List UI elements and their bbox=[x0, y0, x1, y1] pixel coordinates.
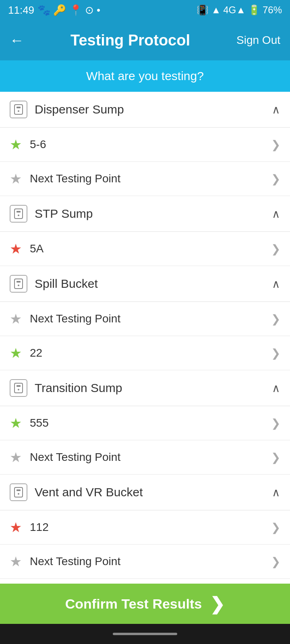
section-stp-sump[interactable]: STP Sump ∧ bbox=[0, 196, 290, 232]
list-item-112[interactable]: ★ 112 ❯ bbox=[0, 510, 290, 545]
svg-rect-9 bbox=[14, 383, 23, 393]
status-bar: 11:49 🐾 🔑 📍 ⊙ • 📳 ▲ 4G▲ 🔋 76% bbox=[0, 0, 290, 20]
chevron-right-icon: ❯ bbox=[271, 312, 280, 326]
vibrate-icon: 📳 bbox=[197, 4, 209, 16]
list-item-left: ★ Next Testing Point bbox=[10, 311, 120, 327]
list-item-left: ★ Next Testing Point bbox=[10, 553, 120, 570]
list-item-left: ★ 22 bbox=[10, 345, 42, 361]
status-icons: 🐾 🔑 📍 ⊙ • bbox=[37, 4, 100, 17]
item-label-ntp-1: Next Testing Point bbox=[30, 172, 120, 185]
star-green-icon: ★ bbox=[10, 345, 22, 361]
signal-icon: 4G▲ bbox=[223, 4, 246, 16]
star-gray-icon: ★ bbox=[10, 171, 22, 187]
star-red-icon: ★ bbox=[10, 519, 22, 535]
chevron-up-transition: ∧ bbox=[272, 382, 280, 395]
list-item-56[interactable]: ★ 5-6 ❯ bbox=[0, 128, 290, 162]
star-gray-icon: ★ bbox=[10, 553, 22, 570]
bottom-bar bbox=[0, 624, 290, 644]
svg-point-8 bbox=[18, 285, 19, 286]
status-left: 11:49 🐾 🔑 📍 ⊙ • bbox=[8, 4, 100, 17]
svg-rect-6 bbox=[14, 279, 23, 289]
section-title-vent: Vent and VR Bucket bbox=[35, 485, 143, 499]
chevron-up-dispenser: ∧ bbox=[272, 103, 280, 116]
svg-rect-0 bbox=[14, 105, 23, 114]
item-label-ntp-4: Next Testing Point bbox=[30, 555, 120, 568]
chevron-right-icon: ❯ bbox=[271, 417, 280, 430]
section-title-transition: Transition Sump bbox=[35, 381, 122, 395]
chevron-right-icon: ❯ bbox=[271, 138, 280, 151]
chevron-right-icon: ❯ bbox=[271, 555, 280, 568]
list-item-ntp-1[interactable]: ★ Next Testing Point ❯ bbox=[0, 162, 290, 196]
section-header-left: Spill Bucket bbox=[10, 275, 98, 293]
confirm-button-label: Confirm Test Results bbox=[65, 596, 202, 612]
list-item-left: ★ 555 bbox=[10, 415, 49, 431]
section-header-left: Transition Sump bbox=[10, 379, 122, 397]
svg-rect-12 bbox=[14, 487, 23, 497]
list-item-555[interactable]: ★ 555 ❯ bbox=[0, 406, 290, 440]
list-item-left: ★ Next Testing Point bbox=[10, 449, 120, 465]
battery-level: 76% bbox=[263, 4, 282, 16]
section-icon-stp bbox=[10, 205, 27, 223]
section-transition-sump[interactable]: Transition Sump ∧ bbox=[0, 370, 290, 406]
banner: What are you testing? bbox=[0, 60, 290, 92]
section-spill-bucket[interactable]: Spill Bucket ∧ bbox=[0, 266, 290, 302]
chevron-right-icon: ❯ bbox=[271, 172, 280, 186]
section-icon-transition bbox=[10, 379, 27, 397]
item-label-ntp-3: Next Testing Point bbox=[30, 451, 120, 464]
svg-rect-4 bbox=[17, 211, 21, 213]
section-icon-spill bbox=[10, 275, 27, 293]
item-label-5a: 5A bbox=[30, 242, 44, 255]
list-item-left: ★ 112 bbox=[10, 519, 49, 535]
star-gray-icon: ★ bbox=[10, 311, 22, 327]
wifi-icon: ▲ bbox=[211, 4, 221, 16]
list-item-left: ★ 5-6 bbox=[10, 136, 46, 153]
svg-rect-1 bbox=[17, 107, 21, 108]
star-gray-icon: ★ bbox=[10, 449, 22, 465]
section-title-dispenser: Dispenser Sump bbox=[35, 103, 124, 116]
list-item-ntp-2[interactable]: ★ Next Testing Point ❯ bbox=[0, 302, 290, 336]
item-label-555: 555 bbox=[30, 417, 49, 429]
chevron-up-vent: ∧ bbox=[272, 486, 280, 499]
star-green-icon: ★ bbox=[10, 415, 22, 431]
svg-point-14 bbox=[18, 493, 19, 495]
list-item-5a[interactable]: ★ 5A ❯ bbox=[0, 232, 290, 266]
status-time: 11:49 bbox=[8, 4, 34, 17]
section-header-left: Vent and VR Bucket bbox=[10, 483, 143, 501]
section-icon-dispenser bbox=[10, 101, 27, 118]
chevron-right-icon: ❯ bbox=[271, 242, 280, 256]
svg-point-2 bbox=[18, 110, 19, 112]
chevron-right-icon: ❯ bbox=[271, 521, 280, 534]
content-area: Dispenser Sump ∧ ★ 5-6 ❯ ★ Next Testing … bbox=[0, 92, 290, 644]
list-item-left: ★ 5A bbox=[10, 241, 44, 257]
star-green-icon: ★ bbox=[10, 136, 22, 153]
section-icon-vent bbox=[10, 483, 27, 501]
section-header-left: Dispenser Sump bbox=[10, 101, 124, 118]
list-item-ntp-3[interactable]: ★ Next Testing Point ❯ bbox=[0, 440, 290, 475]
section-title-stp: STP Sump bbox=[35, 207, 93, 221]
sign-out-button[interactable]: Sign Out bbox=[236, 34, 280, 47]
svg-point-11 bbox=[18, 389, 19, 390]
confirm-test-results-button[interactable]: Confirm Test Results ❯ bbox=[0, 584, 290, 624]
back-button[interactable]: ← bbox=[10, 32, 24, 49]
section-header-left: STP Sump bbox=[10, 205, 93, 223]
list-item-22[interactable]: ★ 22 ❯ bbox=[0, 336, 290, 370]
confirm-button-arrow: ❯ bbox=[210, 594, 225, 614]
item-label-22: 22 bbox=[30, 347, 42, 359]
chevron-right-icon: ❯ bbox=[271, 347, 280, 360]
chevron-up-stp: ∧ bbox=[272, 207, 280, 221]
section-title-spill: Spill Bucket bbox=[35, 277, 98, 291]
list-item-ntp-4[interactable]: ★ Next Testing Point ❯ bbox=[0, 545, 290, 579]
section-dispenser-sump[interactable]: Dispenser Sump ∧ bbox=[0, 92, 290, 128]
chevron-right-icon: ❯ bbox=[271, 451, 280, 464]
page-title: Testing Protocol bbox=[70, 32, 190, 49]
status-right: 📳 ▲ 4G▲ 🔋 76% bbox=[197, 4, 282, 16]
item-label-ntp-2: Next Testing Point bbox=[30, 312, 120, 325]
section-vent-vr[interactable]: Vent and VR Bucket ∧ bbox=[0, 475, 290, 510]
svg-rect-3 bbox=[14, 209, 23, 219]
svg-rect-7 bbox=[17, 281, 21, 283]
chevron-up-spill: ∧ bbox=[272, 277, 280, 291]
item-label-112: 112 bbox=[30, 521, 49, 534]
svg-point-5 bbox=[18, 215, 19, 216]
battery-icon: 🔋 bbox=[248, 4, 260, 16]
svg-rect-13 bbox=[17, 489, 21, 491]
